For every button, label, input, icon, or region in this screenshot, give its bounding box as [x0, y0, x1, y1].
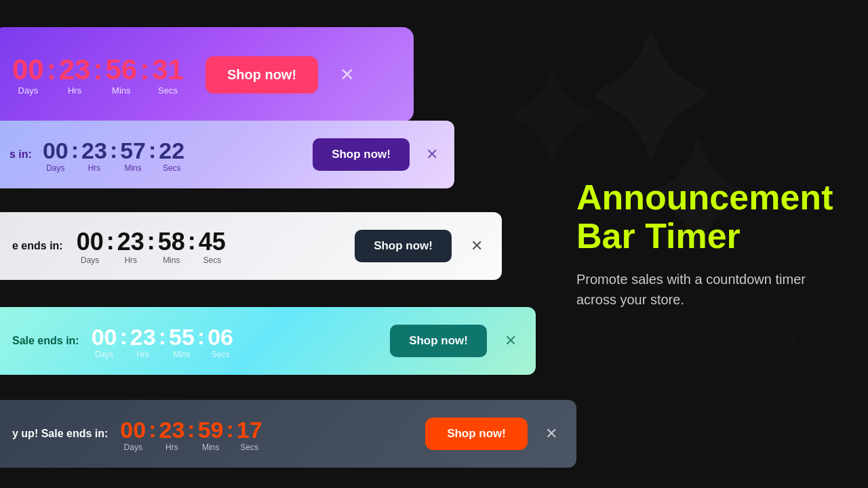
bar3-sep1: : [105, 227, 116, 265]
decorative-star-mid-left [509, 68, 597, 163]
bar4-mins-unit: 55 Mins [169, 325, 195, 359]
bar1-announcement: 00 Days : 23 Hrs : 56 Mins : 31 Secs Sho… [0, 27, 414, 122]
bar1-days-unit: 00 Days [12, 56, 44, 96]
bar5-sep3: : [225, 416, 235, 452]
bar2-hrs-label: Hrs [88, 163, 101, 173]
bar1-shop-button[interactable]: Shop now! [205, 56, 318, 94]
bar1-close-button[interactable]: ✕ [340, 64, 355, 85]
bar5-mins-unit: 59 Mins [198, 418, 224, 452]
bar5-hrs-value: 23 [159, 418, 185, 441]
bar1-secs-unit: 31 Secs [152, 56, 184, 96]
bar4-sep1: : [119, 323, 129, 359]
bar5-secs-value: 17 [237, 418, 262, 441]
bar2-label: s in: [9, 148, 32, 161]
bar2-secs-value: 22 [159, 139, 184, 162]
bar1-hrs-unit: 23 Hrs [59, 56, 91, 96]
bar2-sep3: : [147, 137, 157, 173]
bar3-hrs-unit: 23 Hrs [117, 230, 144, 265]
bar1-sep2: : [92, 54, 104, 96]
bar5-close-button[interactable]: ✕ [545, 425, 557, 443]
bar4-secs-label: Secs [212, 350, 230, 359]
bar2-secs-label: Secs [163, 163, 181, 173]
bar5-days-label: Days [124, 443, 142, 452]
bar4-secs-unit: 06 Secs [208, 325, 233, 359]
bar4-shop-button[interactable]: Shop now! [390, 325, 487, 357]
bar4-close-button[interactable]: ✕ [505, 332, 517, 350]
bar3-sep3: : [186, 227, 197, 265]
bar4-timer: 00 Days : 23 Hrs : 55 Mins : 06 Secs [92, 323, 233, 359]
bar2-secs-unit: 22 Secs [159, 139, 184, 173]
bar3-secs-value: 45 [199, 230, 226, 254]
bar2-shop-button[interactable]: Shop now! [313, 138, 410, 171]
bar1-sep3: : [138, 54, 151, 96]
bar3-hrs-value: 23 [117, 230, 144, 254]
bar2-days-value: 00 [43, 139, 68, 162]
bar4-sep3: : [196, 323, 206, 359]
bar5-shop-button[interactable]: Shop now! [425, 418, 528, 450]
bar3-mins-unit: 58 Mins [158, 230, 185, 265]
bar5-sep1: : [147, 416, 157, 452]
bar2-mins-label: Mins [124, 163, 141, 173]
bar3-days-label: Days [81, 256, 99, 265]
bar5-label: y up! Sale ends in: [12, 428, 108, 440]
bar4-mins-value: 55 [169, 325, 195, 348]
bar4-hrs-unit: 23 Hrs [130, 325, 156, 359]
bar4-sep2: : [157, 323, 167, 359]
page-description: Promote sales with a countdown timer acr… [576, 269, 834, 310]
bar2-mins-unit: 57 Mins [120, 139, 146, 173]
bar2-days-label: Days [46, 163, 64, 173]
bar4-days-value: 00 [92, 325, 117, 348]
bar4-announcement: Sale ends in: 00 Days : 23 Hrs : 55 Mins… [0, 307, 536, 375]
bar3-days-value: 00 [77, 230, 104, 254]
bar1-mins-label: Mins [112, 85, 130, 96]
bar3-sep2: : [146, 227, 157, 265]
bar4-secs-value: 06 [208, 325, 233, 348]
bar2-announcement: s in: 00 Days : 23 Hrs : 57 Mins : 22 Se… [0, 121, 454, 188]
bar2-sep2: : [108, 137, 119, 173]
bar5-secs-unit: 17 Secs [237, 418, 262, 452]
bar3-secs-unit: 45 Secs [199, 230, 226, 265]
bar5-mins-label: Mins [202, 443, 219, 452]
bar5-hrs-label: Hrs [165, 443, 178, 452]
bar3-label: e ends in: [12, 240, 63, 252]
bar5-hrs-unit: 23 Hrs [159, 418, 185, 452]
bar4-label: Sale ends in: [12, 335, 79, 347]
bar4-hrs-value: 23 [130, 325, 156, 348]
page-title: Announcement Bar Timer [576, 178, 834, 256]
bar3-hrs-label: Hrs [124, 256, 137, 265]
bar2-close-button[interactable]: ✕ [426, 146, 438, 163]
bar4-hrs-label: Hrs [136, 350, 149, 359]
bar2-hrs-value: 23 [81, 139, 107, 162]
bar3-mins-value: 58 [158, 230, 185, 254]
bar1-secs-value: 31 [152, 56, 184, 84]
bar1-mins-value: 56 [105, 56, 137, 84]
decorative-star-bottom [753, 325, 827, 407]
bar3-days-unit: 00 Days [77, 230, 104, 265]
bar5-timer: 00 Days : 23 Hrs : 59 Mins : 17 Secs [120, 416, 262, 452]
bar2-mins-value: 57 [120, 139, 146, 162]
bar2-hrs-unit: 23 Hrs [81, 139, 107, 173]
bar1-hrs-value: 23 [59, 56, 91, 84]
bar2-sep1: : [70, 137, 80, 173]
bar5-days-unit: 00 Days [120, 418, 146, 452]
right-panel: Announcement Bar Timer Promote sales wit… [563, 165, 848, 323]
bar1-hrs-label: Hrs [68, 85, 81, 96]
bar1-days-label: Days [18, 85, 39, 96]
bar1-sep1: : [45, 54, 58, 96]
bar3-close-button[interactable]: ✕ [471, 237, 483, 255]
bar5-days-value: 00 [120, 418, 146, 441]
bar5-announcement: y up! Sale ends in: 00 Days : 23 Hrs : 5… [0, 400, 576, 468]
bar5-sep2: : [186, 416, 196, 452]
bar1-mins-unit: 56 Mins [105, 56, 137, 96]
bar4-days-unit: 00 Days [92, 325, 117, 359]
bar1-days-value: 00 [12, 56, 44, 84]
bar3-secs-label: Secs [203, 256, 222, 265]
bar1-secs-label: Secs [158, 85, 178, 96]
bar3-announcement: e ends in: 00 Days : 23 Hrs : 58 Mins : … [0, 212, 502, 280]
bar2-days-unit: 00 Days [43, 139, 68, 173]
bar3-shop-button[interactable]: Shop now! [355, 230, 452, 262]
bar3-timer: 00 Days : 23 Hrs : 58 Mins : 45 Secs [77, 227, 226, 265]
bar2-timer: 00 Days : 23 Hrs : 57 Mins : 22 Secs [43, 137, 184, 173]
bar5-secs-label: Secs [240, 443, 258, 452]
bar1-timer: 00 Days : 23 Hrs : 56 Mins : 31 Secs [12, 54, 184, 96]
